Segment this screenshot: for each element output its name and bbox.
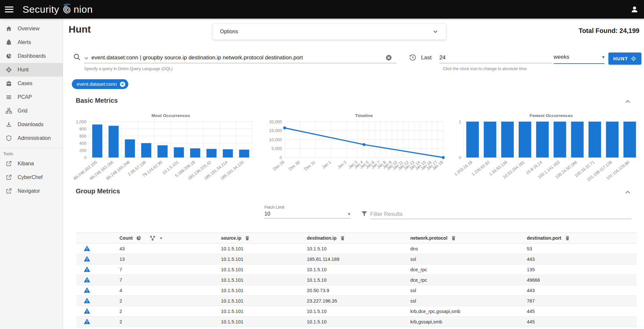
select-caret-icon: ▾ <box>602 54 605 60</box>
warning-icon[interactable] <box>84 287 90 293</box>
sidebar-item-grid[interactable]: Grid <box>0 104 63 118</box>
svg-text:0: 0 <box>459 155 461 160</box>
duration-unit-select[interactable]: weeks ▾ <box>554 54 605 60</box>
svg-text:1.203.16.18: 1.203.16.18 <box>454 160 473 177</box>
chevron-down-icon[interactable] <box>159 236 163 240</box>
fetch-limit-select[interactable]: Fetch Limit 10 ▾ <box>264 205 350 218</box>
table-row[interactable]: 410.1.5.10120.50.73.9ssl443 <box>76 285 637 296</box>
sidebar-item-navigator[interactable]: Navigator <box>0 184 63 198</box>
warning-icon[interactable] <box>84 308 90 314</box>
table-header-row: Count source.ip destination.ip <box>76 233 637 244</box>
menu-icon[interactable] <box>5 5 13 14</box>
svg-text:Most Occurrences: Most Occurrences <box>151 113 190 118</box>
svg-text:800: 800 <box>79 127 86 131</box>
hunt-crosshair-icon <box>631 56 636 62</box>
briefcase-icon <box>6 80 12 87</box>
svg-text:10,000: 10,000 <box>269 137 282 142</box>
warning-icon[interactable] <box>84 256 90 262</box>
options-dropdown[interactable]: Options <box>212 23 446 40</box>
svg-text:Timeline: Timeline <box>355 113 373 118</box>
app-logo: Security nion <box>23 4 93 15</box>
col-actions <box>76 233 119 244</box>
external-link-icon <box>6 188 12 194</box>
sidebar-item-alerts[interactable]: Alerts <box>0 36 63 49</box>
basic-metrics-heading: Basic Metrics <box>76 97 118 104</box>
col-count[interactable]: Count <box>119 235 133 241</box>
tools-section-label: Tools <box>0 148 63 157</box>
warning-icon[interactable] <box>84 297 90 304</box>
collapse-group-metrics-icon[interactable] <box>624 189 631 196</box>
table-row[interactable]: 710.1.5.10110.1.5.10dce_rpc135 <box>76 264 637 275</box>
home-icon <box>6 25 12 32</box>
col-destination-port[interactable]: destination.port <box>527 235 561 241</box>
total-found: Total Found: 24,199 <box>579 27 639 35</box>
group-metrics-table: Count source.ip destination.ip <box>76 232 637 327</box>
main-content: Hunt Options Total Found: 24,199 Specify… <box>63 19 644 329</box>
col-source-ip[interactable]: source.ip <box>221 235 241 241</box>
filter-results-input[interactable] <box>370 210 631 219</box>
svg-text:Dec 30: Dec 30 <box>288 160 301 171</box>
trash-icon[interactable] <box>565 235 570 241</box>
sidebar-item-downloads[interactable]: Downloads <box>0 118 63 131</box>
table-row[interactable]: 4310.1.5.10110.1.5.10dns53 <box>76 244 637 254</box>
shield-icon <box>6 135 12 142</box>
trash-icon[interactable] <box>244 235 250 241</box>
svg-text:400: 400 <box>79 141 86 146</box>
time-range-last-label: Last <box>421 54 432 61</box>
sankey-icon[interactable] <box>149 235 156 241</box>
warning-icon[interactable] <box>84 266 90 272</box>
sidebar-item-dashboards[interactable]: Dashboards <box>0 49 63 63</box>
user-icon[interactable] <box>630 5 639 14</box>
table-row[interactable]: 710.1.5.10110.1.5.10dce_rpc49666 <box>76 275 637 285</box>
svg-text:15,000: 15,000 <box>269 128 282 133</box>
sidebar-item-administration[interactable]: Administration <box>0 131 63 145</box>
svg-text:200: 200 <box>79 148 86 153</box>
duration-input[interactable] <box>439 53 550 62</box>
warning-icon[interactable] <box>84 318 90 324</box>
query-input[interactable] <box>91 53 385 62</box>
bell-icon <box>6 39 12 46</box>
history-clock-icon[interactable] <box>409 53 417 62</box>
svg-text:Jan 1: Jan 1 <box>321 160 332 170</box>
list-icon <box>6 94 12 100</box>
table-row[interactable]: 1310.1.5.101185.81.114.189ssl443 <box>76 254 637 264</box>
col-network-protocol[interactable]: network.protocol <box>410 235 448 241</box>
trash-icon[interactable] <box>340 235 345 241</box>
query-helper-text: Specify a query in Onion Query Language … <box>84 67 173 71</box>
filter-chip[interactable]: event.dataset:conn <box>72 79 128 89</box>
svg-text:Fewest Occurrences: Fewest Occurrences <box>529 113 573 118</box>
external-link-icon <box>6 160 12 167</box>
sidebar-item-overview[interactable]: Overview <box>0 22 63 36</box>
warning-icon[interactable] <box>84 277 90 283</box>
hunt-button[interactable]: HUNT <box>608 52 641 65</box>
warning-icon[interactable] <box>84 245 90 251</box>
sidebar-item-cases[interactable]: Cases <box>0 77 63 90</box>
sidebar-item-kibana[interactable]: Kibana <box>0 157 63 171</box>
external-link-icon <box>6 174 12 181</box>
table-row[interactable]: 210.1.5.10110.1.5.10krb,gssapi,smb445 <box>76 317 637 327</box>
trash-icon[interactable] <box>451 235 456 241</box>
sidebar-item-pcap[interactable]: PCAP <box>0 90 63 104</box>
group-metrics-heading: Group Metrics <box>76 187 120 195</box>
filter-funnel-icon <box>361 210 368 217</box>
logo-text-prefix: Security <box>23 4 59 15</box>
col-destination-ip[interactable]: destination.ip <box>307 235 337 241</box>
crosshair-icon <box>6 67 12 73</box>
sitemap-icon <box>6 108 12 114</box>
sidebar-item-hunt[interactable]: Hunt <box>0 63 63 77</box>
sidebar-item-cyberchef[interactable]: CyberChef <box>0 171 63 184</box>
table-row[interactable]: 210.1.5.10110.1.5.10krb,dce_rpc,gssapi,s… <box>76 306 637 317</box>
query-chevron-down-icon[interactable] <box>84 55 89 61</box>
svg-text:0: 0 <box>280 155 282 160</box>
svg-text:1,000: 1,000 <box>76 119 86 124</box>
table-row[interactable]: 210.1.5.10123.227.196.35ssl787 <box>76 296 637 306</box>
time-helper-text: Click the clock icon to change to absolu… <box>443 67 526 71</box>
search-icon <box>73 53 81 61</box>
chip-close-icon[interactable] <box>119 81 126 87</box>
clear-query-icon[interactable] <box>385 54 392 61</box>
svg-text:Jan 2: Jan 2 <box>337 160 348 170</box>
pie-chart-icon[interactable] <box>136 235 142 241</box>
pie-chart-icon <box>6 53 12 59</box>
collapse-basic-metrics-icon[interactable] <box>624 98 631 105</box>
chevron-down-icon <box>432 28 439 35</box>
